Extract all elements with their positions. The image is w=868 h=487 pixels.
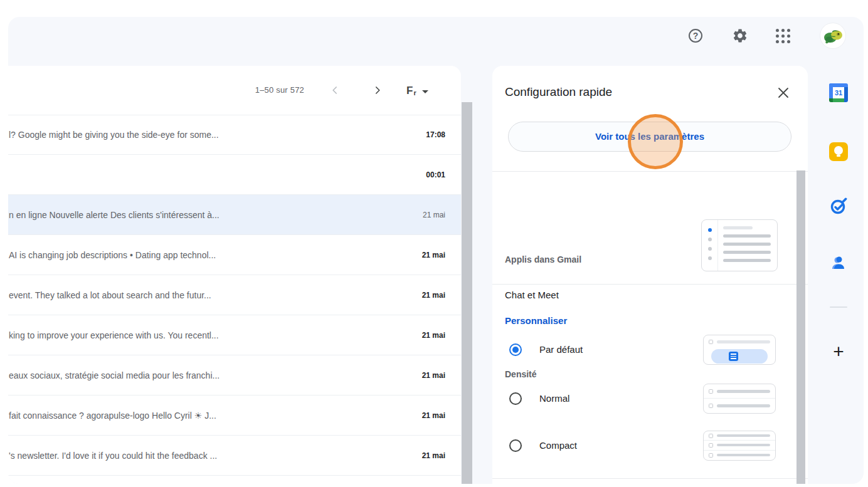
mail-snippet: n en ligne Nouvelle alerte Des clients s… [8,210,403,220]
input-tool-language-sub: r [413,88,416,98]
radio-selected-icon[interactable] [509,343,522,356]
radio-unselected-icon[interactable] [509,439,522,452]
divider [492,478,808,479]
mail-snippet: l? Google might be giving you the side-e… [8,130,403,140]
mail-time: 21 mai [403,251,461,259]
help-question-glyph: ? [689,29,702,43]
chat-meet-preview-thumbnail [701,219,778,271]
mail-row[interactable]: 's newsletter. I'd love it if you could … [8,436,461,476]
mail-time: 21 mai [403,411,461,420]
settings-panel-scrollbar[interactable] [797,170,805,484]
mail-snippet: event. They talked a lot about search an… [8,290,403,300]
quick-settings-panel: Configuration rapide Voir tous les param… [492,66,808,484]
tasks-glyph [829,197,848,216]
thumbnail-dot-column [702,220,718,271]
mail-snippet: eaux sociaux, stratégie social media pou… [8,370,403,380]
input-tool-language: F [406,84,413,98]
apps-grid-glyph [776,29,790,43]
settings-gear-icon[interactable] [728,23,753,48]
mail-time: 17:08 [403,130,461,139]
mail-time: 21 mai [403,451,461,460]
keep-icon[interactable] [826,139,851,164]
density-default-thumbnail [703,335,776,365]
divider [492,171,808,172]
mail-time: 21 mai [403,291,461,300]
panel-title: Configuration rapide [505,85,612,99]
divider [492,284,808,285]
keep-tile [829,142,848,161]
mail-row[interactable]: event. They talked a lot about search an… [8,275,461,315]
density-option-label: Normal [539,384,569,414]
mail-list-panel: 1–50 sur 572 F r l? Google might be givi… [8,66,461,484]
density-option-normal[interactable]: Normal [492,384,808,414]
mail-time: 21 mai [403,331,461,340]
tasks-icon[interactable] [826,194,851,219]
mail-row[interactable]: 00:01 [8,155,461,195]
density-heading: Densité [505,369,537,379]
input-tools-selector[interactable]: F r [406,83,428,98]
radio-unselected-icon[interactable] [509,392,522,405]
contacts-icon[interactable] [826,250,851,275]
mail-row[interactable]: fait connaissance ? agorapulse-logo Hell… [8,395,461,436]
calendar-day-number: 31 [833,87,844,98]
customize-link[interactable]: Personnaliser [505,315,567,326]
mail-time: 21 mai [403,371,461,380]
mail-row[interactable]: king to improve your experience with us.… [8,315,461,355]
apps-in-gmail-heading: Applis dans Gmail [505,254,581,264]
account-avatar[interactable] [820,23,845,48]
see-all-settings-button[interactable]: Voir tous les paramètres [508,122,791,152]
google-apps-grid-icon[interactable] [770,23,795,48]
mail-row[interactable]: AI is changing job descriptions • Dating… [8,235,461,275]
newer-page-chevron-icon[interactable] [327,83,342,98]
help-icon[interactable]: ? [683,23,708,48]
density-option-compact[interactable]: Compact [492,431,808,461]
mail-row-selected[interactable]: n en ligne Nouvelle alerte Des clients s… [8,195,461,235]
density-default-pill [711,349,768,364]
add-side-panel-app-button[interactable]: + [826,339,851,364]
density-compact-thumbnail [703,431,776,461]
avatar-image [820,23,845,48]
document-icon [729,352,738,361]
calendar-tile: 31 [829,83,848,102]
gear-glyph [732,28,748,44]
mail-row-list: l? Google might be giving you the side-e… [8,115,461,476]
pagination-count: 1–50 sur 572 [255,85,304,95]
mail-list-toolbar: 1–50 sur 572 F r [8,66,461,115]
mail-row[interactable]: eaux sociaux, stratégie social media pou… [8,355,461,395]
density-normal-thumbnail [703,384,776,414]
close-icon[interactable] [771,80,796,105]
mail-snippet: fait connaissance ? agorapulse-logo Hell… [8,411,403,421]
contacts-glyph [829,253,848,272]
density-option-default[interactable]: Par défaut [492,335,808,365]
mail-snippet: AI is changing job descriptions • Dating… [8,250,403,260]
chat-and-meet-label: Chat et Meet [505,290,559,300]
gmail-window: ? 1–50 sur 572 [8,17,864,484]
mail-row[interactable]: l? Google might be giving you the side-e… [8,115,461,155]
density-option-label: Par défaut [539,335,583,365]
chevron-down-icon [422,90,428,93]
mail-time: 00:01 [403,170,461,179]
older-page-chevron-icon[interactable] [370,83,385,98]
mail-time: 21 mai [403,211,461,219]
mail-snippet: 's newsletter. I'd love it if you could … [8,451,403,461]
rail-divider [830,306,847,308]
density-option-label: Compact [539,431,577,461]
thumbnail-line-column [718,220,777,271]
mail-list-scrollbar[interactable] [462,102,472,484]
calendar-icon[interactable]: 31 [826,80,851,105]
mail-snippet: king to improve your experience with us.… [8,330,403,340]
